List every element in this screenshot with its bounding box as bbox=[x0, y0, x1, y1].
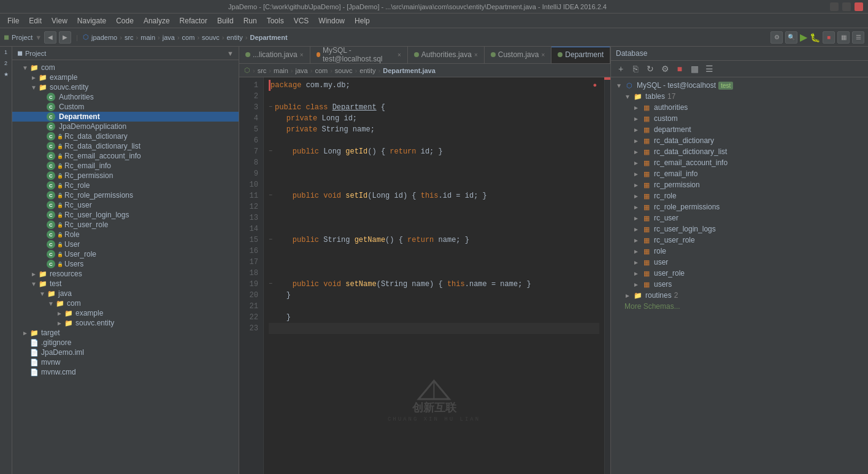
tab-close-application[interactable]: × bbox=[300, 52, 304, 58]
project-tab-icon[interactable]: 1 bbox=[1, 49, 11, 59]
tree-item-gitignore[interactable]: 📄 .gitignore bbox=[12, 338, 239, 348]
tree-item-test-example[interactable]: ► 📁 example bbox=[12, 308, 239, 318]
menu-view[interactable]: View bbox=[47, 15, 72, 26]
menu-build[interactable]: Build bbox=[212, 15, 239, 26]
expand-7[interactable]: − bbox=[269, 146, 272, 157]
expand-15[interactable]: − bbox=[269, 235, 272, 246]
tree-item-user-role[interactable]: C 🔒 User_role bbox=[12, 249, 239, 259]
tree-item-resources[interactable]: ► 📁 resources bbox=[12, 269, 239, 279]
menu-code[interactable]: Code bbox=[111, 15, 139, 26]
expand-19[interactable]: − bbox=[269, 279, 272, 290]
menu-vcs[interactable]: VCS bbox=[289, 15, 314, 26]
search-btn[interactable]: 🔍 bbox=[785, 31, 797, 44]
tab-close-mysql[interactable]: × bbox=[398, 52, 401, 58]
tree-item-test-souvc[interactable]: ► 📁 souvc.entity bbox=[12, 318, 239, 328]
code-editor[interactable]: 1 2 3 4 5 6 7 8 9 10 11 12 13 14 15 16 1… bbox=[239, 77, 610, 474]
tab-close-custom[interactable]: × bbox=[541, 52, 545, 58]
db-new-btn[interactable]: + bbox=[615, 63, 627, 75]
db-item-rc-user-role[interactable]: ► ▦ rc_user_role bbox=[611, 235, 868, 246]
tab-authorities-java[interactable]: Authorities.java × bbox=[408, 47, 485, 63]
tree-item-com[interactable]: ▼ 📁 com bbox=[12, 63, 239, 72]
db-props-btn[interactable]: ⚙ bbox=[659, 63, 671, 75]
code-line-23[interactable] bbox=[269, 323, 599, 334]
db-item-rc-permission[interactable]: ► ▦ rc_permission bbox=[611, 179, 868, 190]
code-content[interactable]: package com.my.db; ● − public class Depa… bbox=[264, 77, 604, 474]
tab-department-active[interactable]: Department bbox=[551, 47, 610, 63]
tree-item-rc-email-info[interactable]: C 🔒 Rc_email_info bbox=[12, 161, 239, 171]
tree-item-user[interactable]: C 🔒 User bbox=[12, 239, 239, 249]
tree-item-rc-data-dict-list[interactable]: C 🔒 Rc_data_dictionary_list bbox=[12, 141, 239, 151]
menu-file[interactable]: File bbox=[2, 15, 24, 26]
db-item-more-schemas[interactable]: More Schemas... bbox=[611, 301, 868, 312]
favorites-tab-icon[interactable]: ★ bbox=[1, 71, 11, 81]
tree-item-rc-role[interactable]: C 🔒 Rc_role bbox=[12, 181, 239, 190]
db-item-rc-role-permissions[interactable]: ► ▦ rc_role_permissions bbox=[611, 201, 868, 212]
list-btn[interactable]: ☰ bbox=[852, 31, 864, 44]
toolbar-fwd-btn[interactable]: ▶ bbox=[59, 31, 71, 44]
tree-item-jpademo-app[interactable]: C JpaDemoApplication bbox=[12, 122, 239, 131]
tab-application-java[interactable]: ...lication.java × bbox=[239, 47, 310, 63]
tree-item-test-com[interactable]: ▼ 📁 com bbox=[12, 298, 239, 308]
db-item-tables[interactable]: ▼ 📁 tables 17 bbox=[611, 91, 868, 102]
tree-item-department[interactable]: C Department bbox=[12, 112, 239, 122]
maximize-button[interactable] bbox=[842, 2, 851, 11]
menu-run[interactable]: Run bbox=[239, 15, 262, 26]
expand-3[interactable]: − bbox=[269, 102, 272, 113]
tree-item-rc-user-login[interactable]: C 🔒 Rc_user_login_logs bbox=[12, 210, 239, 220]
grid-btn[interactable]: ▦ bbox=[837, 31, 850, 44]
close-button[interactable] bbox=[855, 2, 863, 11]
expand-11[interactable]: − bbox=[269, 190, 272, 201]
tree-item-authorities[interactable]: C Authorities bbox=[12, 92, 239, 102]
menu-window[interactable]: Window bbox=[313, 15, 350, 26]
tree-item-role[interactable]: C 🔒 Role bbox=[12, 230, 239, 239]
tree-item-mvnw-cmd[interactable]: 📄 mvnw.cmd bbox=[12, 367, 239, 377]
tree-item-users[interactable]: C 🔒 Users bbox=[12, 259, 239, 269]
breadcrumb-project[interactable]: ◼ bbox=[4, 33, 9, 41]
db-item-authorities[interactable]: ► ▦ authorities bbox=[611, 102, 868, 113]
menu-analyze[interactable]: Analyze bbox=[139, 15, 175, 26]
menu-help[interactable]: Help bbox=[350, 15, 375, 26]
db-item-user-role-table[interactable]: ► ▦ user_role bbox=[611, 268, 868, 279]
menu-tools[interactable]: Tools bbox=[262, 15, 289, 26]
tree-item-target[interactable]: ► 📁 target bbox=[12, 328, 239, 338]
tab-mysql[interactable]: MySQL - test@localhost.sql × bbox=[310, 47, 408, 63]
menu-navigate[interactable]: Navigate bbox=[72, 15, 111, 26]
db-item-role-table[interactable]: ► ▦ role bbox=[611, 246, 868, 257]
db-item-user-table[interactable]: ► ▦ user bbox=[611, 257, 868, 268]
menu-refactor[interactable]: Refactor bbox=[175, 15, 212, 26]
db-item-routines[interactable]: ► 📁 routines 2 bbox=[611, 290, 868, 301]
db-item-mysql-connection[interactable]: ▼ ⬡ MySQL - test@localhost test bbox=[611, 80, 868, 91]
db-item-rc-role[interactable]: ► ▦ rc_role bbox=[611, 190, 868, 201]
menu-edit[interactable]: Edit bbox=[24, 15, 47, 26]
tree-item-test[interactable]: ▼ 📁 test bbox=[12, 279, 239, 289]
tree-item-rc-role-perm[interactable]: C 🔒 Rc_role_permissions bbox=[12, 190, 239, 200]
project-panel-options[interactable]: ▼ bbox=[227, 50, 234, 57]
db-grid-btn[interactable]: ▦ bbox=[688, 63, 701, 75]
tree-item-example[interactable]: ► 📁 example bbox=[12, 72, 239, 82]
tab-custom-java[interactable]: Custom.java × bbox=[485, 47, 552, 63]
tab-close-authorities[interactable]: × bbox=[474, 52, 478, 58]
tree-item-mvnw[interactable]: 📄 mvnw bbox=[12, 357, 239, 367]
settings-btn[interactable]: ⚙ bbox=[770, 31, 783, 44]
tree-item-custom[interactable]: C Custom bbox=[12, 102, 239, 112]
db-refresh-btn[interactable]: ↻ bbox=[644, 63, 656, 75]
db-item-department-table[interactable]: ► ▦ department bbox=[611, 124, 868, 135]
db-item-rc-email-info[interactable]: ► ▦ rc_email_info bbox=[611, 168, 868, 179]
db-stop-btn[interactable]: ■ bbox=[674, 63, 686, 75]
breadcrumb-jpademo[interactable]: ⬡ bbox=[83, 33, 89, 41]
tree-item-rc-user-role[interactable]: C 🔒 Rc_user_role bbox=[12, 220, 239, 230]
db-item-users-table[interactable]: ► ▦ users bbox=[611, 279, 868, 290]
structure-tab-icon[interactable]: 2 bbox=[1, 60, 11, 70]
tree-item-test-java[interactable]: ▼ 📁 java bbox=[12, 289, 239, 298]
debug-button[interactable]: 🐛 bbox=[810, 33, 820, 42]
db-copy-btn[interactable]: ⎘ bbox=[629, 63, 642, 75]
tree-item-rc-permission[interactable]: C 🔒 Rc_permission bbox=[12, 171, 239, 181]
toolbar-back-btn[interactable]: ◀ bbox=[44, 31, 56, 44]
db-item-rc-user[interactable]: ► ▦ rc_user bbox=[611, 212, 868, 223]
run-button[interactable]: ▶ bbox=[800, 31, 807, 43]
db-list-btn[interactable]: ☰ bbox=[703, 63, 715, 75]
minimize-button[interactable] bbox=[830, 2, 839, 11]
tree-item-souvc-entity[interactable]: ▼ 📁 souvc.entity bbox=[12, 82, 239, 92]
db-item-rc-data-dictionary[interactable]: ► ▦ rc_data_dictionary bbox=[611, 135, 868, 146]
db-item-rc-user-login-logs[interactable]: ► ▦ rc_user_login_logs bbox=[611, 223, 868, 235]
